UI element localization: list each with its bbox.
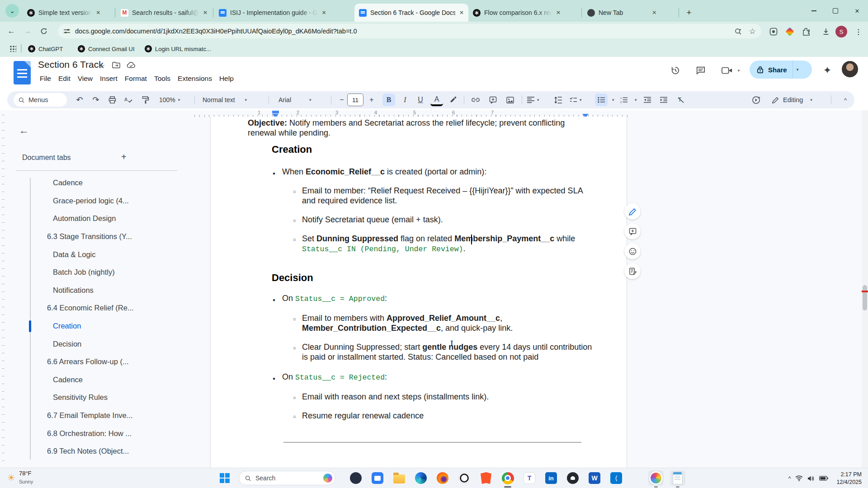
taskbar-app-widgets[interactable] <box>348 470 363 486</box>
document-title[interactable]: Section 6 Track <box>38 59 104 70</box>
cloud-saved-icon[interactable] <box>127 61 136 69</box>
share-dropdown-icon[interactable]: ▾ <box>797 67 799 72</box>
bold-button[interactable]: B <box>382 94 395 106</box>
taskbar-app-teams[interactable]: T <box>522 470 537 486</box>
meet-video-icon[interactable] <box>720 63 734 78</box>
sidebar-item-grace-period-logic[interactable]: Grace-period logic (4... <box>0 192 181 210</box>
taskbar-app-notepad-open[interactable] <box>670 470 685 486</box>
close-icon[interactable]: ✕ <box>459 9 464 16</box>
tab-new-tab[interactable]: New Tab ✕ <box>583 4 678 22</box>
apps-grid-icon[interactable] <box>9 45 16 52</box>
profile-avatar[interactable]: S <box>835 26 847 38</box>
increase-indent-icon[interactable] <box>657 94 670 106</box>
sidebar-item-sensitivity-rules[interactable]: Sensitivity Rules <box>0 389 181 407</box>
close-icon[interactable]: ✕ <box>556 9 561 16</box>
sidebar-item-6-6-arrears-follow-up[interactable]: 6.6 Arrears Follow-up (... <box>0 353 181 371</box>
print-icon[interactable] <box>106 94 118 106</box>
menu-insert[interactable]: Insert <box>96 73 121 84</box>
menu-view[interactable]: View <box>74 73 96 84</box>
add-tab-button[interactable]: + <box>121 152 127 162</box>
font-size-input[interactable]: 11 <box>347 94 363 106</box>
taskbar-app-chrome-active[interactable] <box>500 470 515 486</box>
close-icon[interactable]: ✕ <box>203 9 208 16</box>
decrease-font-icon[interactable]: − <box>335 94 348 106</box>
volume-icon[interactable] <box>807 475 815 482</box>
sidebar-item-batch-job[interactable]: Batch Job (nightly) <box>0 263 181 282</box>
scrollbar[interactable] <box>862 110 868 468</box>
help-me-write-button[interactable] <box>624 203 641 220</box>
tab-gmail-search-results[interactable]: M Search results - saiful@momen ✕ <box>116 4 212 22</box>
underline-button[interactable]: U <box>414 94 427 106</box>
undo-icon[interactable]: ↶ <box>73 94 86 106</box>
tab-search-button[interactable]: ⌄ <box>5 4 19 18</box>
catch-up-icon[interactable] <box>750 94 762 106</box>
bookmark-star-icon[interactable]: ☆ <box>749 27 756 36</box>
add-comment-button[interactable] <box>624 223 641 239</box>
editing-mode-select[interactable]: Editing ▾ <box>772 93 826 107</box>
redo-icon[interactable]: ↷ <box>90 94 102 106</box>
add-reaction-button[interactable] <box>624 243 641 259</box>
clock-widget[interactable]: 2:17 PM 12/4/2025 <box>836 471 862 486</box>
weather-widget[interactable]: ☀ 78°FSunny <box>7 470 33 485</box>
sidebar-item-6-8-orchestration[interactable]: 6.8 Orchestration: How ... <box>0 424 181 442</box>
sidebar-item-decision[interactable]: Decision <box>0 335 181 353</box>
taskbar-app-paint-open[interactable] <box>648 470 664 486</box>
close-sidebar-button[interactable]: ← <box>19 125 29 136</box>
tray-expand-icon[interactable]: ^ <box>788 475 791 482</box>
search-sparkle-icon[interactable] <box>734 28 742 35</box>
forward-button[interactable]: → <box>22 25 33 37</box>
sidebar-item-notifications[interactable]: Notifications <box>0 282 181 300</box>
decrease-indent-icon[interactable] <box>641 94 654 106</box>
bulleted-list-dropdown-icon[interactable]: ▾ <box>612 98 614 102</box>
close-icon[interactable]: ✕ <box>322 9 326 16</box>
downloads-icon[interactable] <box>820 26 832 38</box>
paragraph-style-select[interactable]: Normal text▾ <box>203 94 247 106</box>
wifi-icon[interactable] <box>795 475 803 481</box>
taskbar-app-store[interactable] <box>370 470 385 486</box>
zoom-select[interactable]: 100%▾ <box>159 94 180 106</box>
site-settings-icon[interactable] <box>63 28 71 35</box>
clear-formatting-icon[interactable]: T <box>675 94 687 106</box>
sidebar-item-automation-design[interactable]: Automation Design <box>0 210 181 228</box>
spellcheck-icon[interactable]: A <box>122 94 135 106</box>
menu-extensions[interactable]: Extensions <box>174 73 216 84</box>
battery-icon[interactable] <box>819 476 828 481</box>
scrollbar-thumb[interactable] <box>863 285 867 310</box>
url-bar[interactable]: docs.google.com/document/d/1jkdXn2EE3q0X… <box>58 24 761 38</box>
maximize-button[interactable] <box>825 0 846 22</box>
taskbar-app-github[interactable] <box>565 470 580 486</box>
taskbar-app-vscode[interactable]: ⟨ <box>609 470 624 486</box>
taskbar-app-word[interactable]: W <box>587 470 602 486</box>
numbered-list-dropdown-icon[interactable]: ▾ <box>635 98 637 102</box>
sidebar-item-creation-active[interactable]: Creation <box>0 317 181 335</box>
insert-image-icon[interactable] <box>504 94 516 106</box>
taskbar-search[interactable]: Search <box>239 471 335 485</box>
close-icon[interactable]: ✕ <box>96 9 100 16</box>
sidebar-item-6-9-tech-notes[interactable]: 6.9 Tech Notes (Object... <box>0 442 181 460</box>
google-lens-icon[interactable] <box>768 26 779 38</box>
menu-format[interactable]: Format <box>121 73 151 84</box>
tab-section-6-track-active[interactable]: Section 6 Track - Google Docs ✕ <box>354 4 468 22</box>
sidebar-item-cadence[interactable]: Cadence <box>0 174 181 192</box>
first-line-indent-marker[interactable] <box>272 111 279 113</box>
reload-button[interactable] <box>38 25 50 37</box>
gemini-sparkle-icon[interactable]: ✦ <box>820 63 835 78</box>
window-close-button[interactable]: ✕ <box>846 0 868 22</box>
bulleted-list-button[interactable] <box>595 94 608 106</box>
increase-font-icon[interactable]: + <box>365 94 378 106</box>
meet-dropdown-icon[interactable]: ▾ <box>733 63 741 78</box>
collapse-toolbar-icon[interactable]: ^ <box>839 94 852 106</box>
menu-tools[interactable]: Tools <box>151 73 174 84</box>
sidebar-item-data-logic[interactable]: Data & Logic <box>0 245 181 263</box>
tab-simple-text-version[interactable]: Simple text version ✕ <box>23 4 114 22</box>
account-avatar[interactable] <box>842 61 858 77</box>
start-button[interactable] <box>220 473 230 483</box>
taskbar-app-linkedin[interactable]: in <box>543 470 559 486</box>
highlight-color-icon[interactable] <box>447 94 459 106</box>
taskbar-app-edge[interactable] <box>413 470 429 486</box>
text-color-button[interactable]: A <box>430 94 443 106</box>
bookmark-chatgpt[interactable]: ChatGPT <box>28 43 63 55</box>
document-page[interactable]: Objective: Notify members and Secretaria… <box>210 117 627 468</box>
align-select[interactable]: ▾ <box>527 94 539 106</box>
minimize-button[interactable] <box>803 0 825 22</box>
